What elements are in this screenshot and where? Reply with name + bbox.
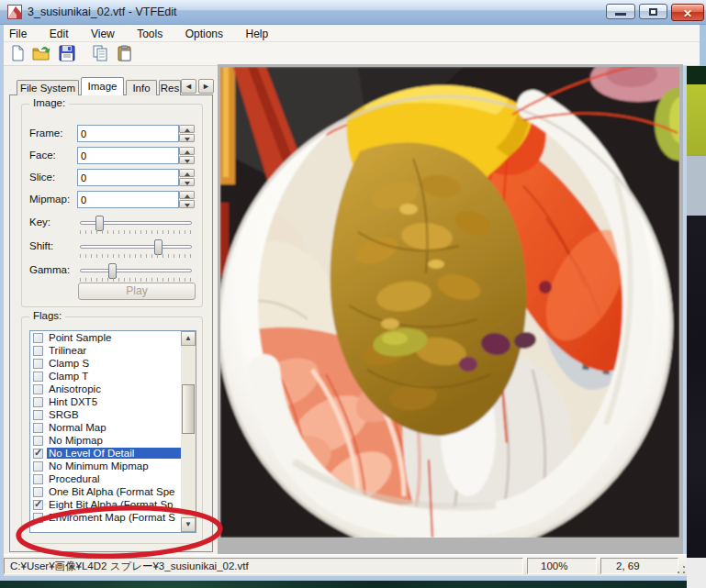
paste-button[interactable] xyxy=(115,44,135,64)
flag-item[interactable]: No Mipmap xyxy=(30,434,183,447)
checkbox-icon[interactable] xyxy=(33,359,43,369)
flag-item[interactable]: Normal Map xyxy=(30,421,183,434)
save-icon xyxy=(59,45,75,61)
spin-up-icon[interactable] xyxy=(179,147,195,155)
window-left-border xyxy=(0,25,4,581)
menu-help[interactable]: Help xyxy=(236,26,277,43)
key-slider[interactable] xyxy=(80,221,192,225)
play-button[interactable]: Play xyxy=(78,283,196,300)
checkbox-icon[interactable] xyxy=(33,384,43,394)
minimize-button[interactable] xyxy=(606,4,635,19)
mipmap-spinner[interactable] xyxy=(179,191,195,208)
frame-spinner[interactable] xyxy=(179,125,195,142)
flag-item-label: Point Sample xyxy=(47,332,113,343)
tab-info[interactable]: Info xyxy=(126,80,157,95)
open-file-button[interactable] xyxy=(31,44,51,64)
checkbox-icon[interactable] xyxy=(33,423,43,433)
flag-item[interactable]: One Bit Alpha (Format Spe xyxy=(30,485,183,498)
desktop-bottom-strip xyxy=(0,581,687,588)
preview-image xyxy=(220,67,679,538)
flag-item[interactable]: Anisotropic xyxy=(30,383,183,395)
key-slider-ticks xyxy=(80,230,192,234)
tab-scroll-right-icon[interactable]: ► xyxy=(198,79,214,94)
status-coords: 2, 69 xyxy=(600,558,678,574)
menu-file[interactable]: File xyxy=(0,26,36,43)
maximize-button[interactable] xyxy=(639,4,667,19)
shift-slider[interactable] xyxy=(80,245,192,249)
flag-item-label: No Minimum Mipmap xyxy=(47,460,151,472)
app-icon xyxy=(7,5,22,19)
key-slider-thumb[interactable] xyxy=(95,216,104,231)
flag-item[interactable]: Hint DXT5 xyxy=(30,395,183,408)
checkbox-icon[interactable] xyxy=(33,474,43,484)
tab-scroll-left-icon[interactable]: ◄ xyxy=(181,79,196,94)
flag-item[interactable]: ✓No Level Of Detail xyxy=(30,447,183,460)
face-spinner[interactable] xyxy=(179,147,195,164)
slice-label: Slice: xyxy=(29,172,55,183)
spin-down-icon[interactable] xyxy=(179,200,195,208)
shift-slider-thumb[interactable] xyxy=(154,239,162,255)
save-button[interactable] xyxy=(57,44,77,64)
flag-item[interactable]: Enviroment Map (Format S xyxy=(30,511,183,524)
spin-up-icon[interactable] xyxy=(179,191,195,199)
tab-file-system[interactable]: File System xyxy=(17,80,79,95)
checkbox-icon[interactable] xyxy=(33,346,43,356)
spin-up-icon[interactable] xyxy=(179,125,195,133)
menu-options[interactable]: Options xyxy=(176,26,232,43)
tab-image[interactable]: Image xyxy=(81,77,124,95)
flag-item[interactable]: No Minimum Mipmap xyxy=(30,460,183,472)
gamma-slider[interactable] xyxy=(80,269,192,272)
slice-input[interactable] xyxy=(77,169,179,186)
image-tab-page: Image: Frame: Face: Slice: Mipmap: xyxy=(9,94,213,552)
gamma-slider-thumb[interactable] xyxy=(108,263,117,279)
flag-item[interactable]: SRGB xyxy=(30,408,183,421)
checkbox-icon[interactable] xyxy=(33,333,43,343)
frame-input[interactable] xyxy=(77,125,179,142)
slice-spinner[interactable] xyxy=(179,169,195,186)
menu-edit[interactable]: Edit xyxy=(40,26,78,43)
window-title: 3_susiunikai_02.vtf - VTFEdit xyxy=(28,0,177,24)
copy-button[interactable] xyxy=(90,44,110,64)
flag-item-label: Hint DXT5 xyxy=(47,396,99,407)
flag-item[interactable]: Procedural xyxy=(30,472,183,485)
spin-up-icon[interactable] xyxy=(179,169,195,177)
checkbox-icon[interactable] xyxy=(33,513,43,523)
checkbox-icon[interactable] xyxy=(33,461,43,472)
close-icon: ✕ xyxy=(683,7,692,20)
scroll-up-icon[interactable]: ▲ xyxy=(181,331,196,346)
scroll-down-icon[interactable]: ▼ xyxy=(181,517,196,532)
scrollbar-thumb[interactable] xyxy=(182,384,195,434)
spin-down-icon[interactable] xyxy=(179,156,195,164)
tab-resources[interactable]: Res xyxy=(159,80,181,95)
menubar: File Edit View Tools Options Help xyxy=(0,25,700,42)
gamma-slider-ticks xyxy=(80,278,192,282)
checkbox-icon[interactable] xyxy=(33,436,43,446)
menu-tools[interactable]: Tools xyxy=(128,26,172,43)
flag-item-label: Clamp S xyxy=(47,358,91,369)
spin-down-icon[interactable] xyxy=(179,178,195,186)
toolbar xyxy=(0,42,700,66)
menu-view[interactable]: View xyxy=(82,26,124,43)
resize-grip-icon[interactable] xyxy=(677,565,686,574)
checkbox-icon[interactable] xyxy=(33,487,43,497)
face-input[interactable] xyxy=(77,147,179,164)
close-button[interactable]: ✕ xyxy=(671,4,704,21)
checkbox-icon[interactable] xyxy=(33,397,43,407)
new-file-button[interactable] xyxy=(7,44,28,64)
flags-list[interactable]: Point SampleTrilinearClamp SClamp TAniso… xyxy=(29,330,196,533)
checkbox-icon[interactable]: ✓ xyxy=(33,500,43,510)
checkbox-icon[interactable] xyxy=(33,372,43,382)
flag-item[interactable]: Point Sample xyxy=(30,331,183,344)
mipmap-input[interactable] xyxy=(77,191,179,208)
spin-down-icon[interactable] xyxy=(179,134,195,142)
flags-scrollbar[interactable]: ▲ ▼ xyxy=(181,331,196,532)
flag-item[interactable]: Trilinear xyxy=(30,344,183,357)
image-viewer[interactable] xyxy=(218,64,683,554)
key-label: Key: xyxy=(29,216,50,227)
checkbox-icon[interactable]: ✓ xyxy=(33,449,43,459)
tab-strip: File System Image Info Res ◄ ► xyxy=(9,77,215,94)
flag-item[interactable]: ✓Eight Bit Alpha (Format Sp xyxy=(30,498,183,511)
flag-item[interactable]: Clamp T xyxy=(30,370,183,383)
flag-item[interactable]: Clamp S xyxy=(30,357,183,370)
checkbox-icon[interactable] xyxy=(33,410,43,420)
